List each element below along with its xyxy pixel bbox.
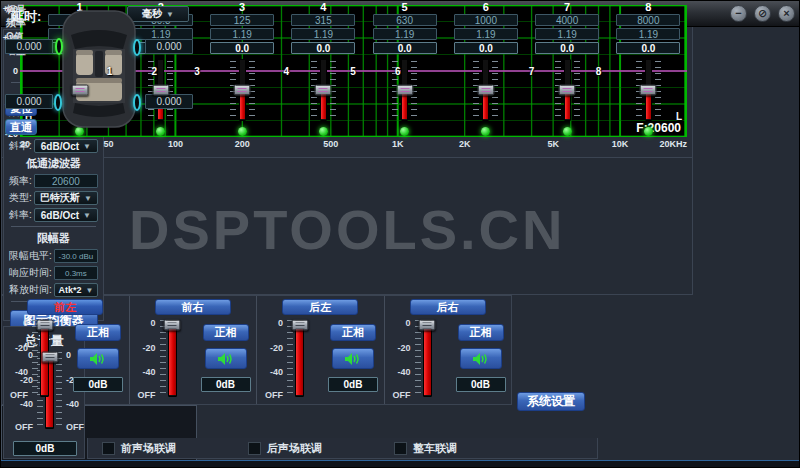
slider-track[interactable] [401, 59, 408, 121]
fader-handle[interactable] [41, 351, 58, 362]
band-active-led [238, 127, 247, 136]
mute-speaker-button[interactable] [332, 348, 374, 369]
eq-band-marker[interactable]: 4 [283, 66, 289, 77]
fader-track[interactable] [423, 320, 432, 397]
fader-handle[interactable] [419, 319, 436, 330]
link-option: 前声场联调 [102, 441, 234, 456]
slider-track[interactable] [645, 59, 652, 121]
delay-value-front-left[interactable]: 0.000 [5, 39, 53, 54]
link-option: 后声场联调 [248, 441, 380, 456]
band-gain-field[interactable]: 0.0 [291, 42, 355, 54]
band-q-field[interactable]: 1.19 [616, 28, 680, 40]
band-q-field[interactable]: 1.19 [210, 28, 274, 40]
fader-scale: 0-20 -40OFF [10, 320, 30, 397]
fader-ticks [32, 320, 38, 397]
fader-handle[interactable] [291, 319, 308, 330]
slider-handle[interactable] [234, 85, 251, 96]
band-q-field[interactable]: 1.19 [373, 28, 437, 40]
band-freq-field[interactable]: 4000 [535, 14, 599, 26]
system-settings-button[interactable]: 系统设置 [517, 392, 585, 411]
speaker-icon [89, 352, 107, 366]
slider-handle[interactable] [477, 85, 494, 96]
fader-track[interactable] [295, 320, 304, 397]
mute-speaker-button[interactable] [460, 348, 502, 369]
fader-handle[interactable] [164, 319, 181, 330]
eq-band-marker[interactable]: 8 [596, 66, 602, 77]
link-checkbox[interactable] [102, 442, 115, 455]
band-gain-slider[interactable] [311, 59, 336, 121]
band-gain-field[interactable]: 0.0 [454, 42, 518, 54]
slider-track[interactable] [564, 59, 571, 121]
slider-handle[interactable] [396, 85, 413, 96]
channel-level-value[interactable]: 0dB [201, 377, 251, 392]
band-gain-slider[interactable] [230, 59, 255, 121]
slider-handle[interactable] [640, 85, 657, 96]
speaker-front-left-icon[interactable] [55, 38, 63, 55]
band-freq-field[interactable]: 1000 [454, 14, 518, 26]
eq-band-marker[interactable]: 2 [151, 66, 157, 77]
band-gain-field[interactable]: 0.0 [210, 42, 274, 54]
channel-select-button[interactable]: 前右 [155, 299, 231, 315]
channel-level-value[interactable]: 0dB [73, 377, 123, 392]
channel-select-button[interactable]: 后右 [410, 299, 486, 315]
slider-track[interactable] [239, 59, 246, 121]
band-freq-field[interactable]: 315 [291, 14, 355, 26]
phase-button[interactable]: 正相 [75, 324, 121, 341]
eq-bypass-button[interactable]: 直通 [5, 119, 37, 135]
speaker-rear-left-icon[interactable] [54, 94, 62, 111]
slider-track[interactable] [482, 59, 489, 121]
delay-value-rear-right[interactable]: 0.000 [145, 94, 193, 109]
channel-fader[interactable]: 0-20 -40OFF [265, 320, 304, 397]
disconnect-button[interactable]: ⊘ [754, 5, 771, 22]
fader-scale: 0-20 -40OFF [393, 320, 413, 397]
delay-value-front-right[interactable]: 0.000 [145, 39, 193, 54]
speaker-front-right-icon[interactable] [133, 39, 141, 56]
mute-speaker-button[interactable] [205, 348, 247, 369]
master-volume-value[interactable]: 0dB [13, 441, 77, 456]
band-gain-field[interactable]: 0.0 [535, 42, 599, 54]
band-gain-slider[interactable] [555, 59, 580, 121]
eq-band-marker[interactable]: 7 [529, 66, 535, 77]
link-checkbox[interactable] [394, 442, 407, 455]
channel-level-value[interactable]: 0dB [328, 377, 378, 392]
link-checkbox[interactable] [248, 442, 261, 455]
channel-select-button[interactable]: 后左 [282, 299, 358, 315]
eq-band-marker[interactable]: 5 [350, 66, 356, 77]
close-button[interactable]: × [778, 5, 795, 22]
delay-value-rear-left[interactable]: 0.000 [5, 94, 53, 109]
channel-level-value[interactable]: 0dB [456, 377, 506, 392]
band-gain-field[interactable]: 0.0 [616, 42, 680, 54]
minimize-button[interactable]: − [730, 5, 747, 22]
band-q-field[interactable]: 1.19 [535, 28, 599, 40]
channel-fader[interactable]: 0-20 -40OFF [138, 320, 177, 397]
band-gain-slider[interactable] [636, 59, 661, 121]
slider-handle[interactable] [152, 85, 169, 96]
slider-handle[interactable] [559, 85, 576, 96]
fader-handle[interactable] [36, 319, 53, 330]
band-freq-field[interactable]: 125 [210, 14, 274, 26]
eq-band-marker[interactable]: 1 [107, 66, 113, 77]
fader-track[interactable] [168, 320, 177, 397]
eq-band-marker[interactable]: 3 [194, 66, 200, 77]
band-q-field[interactable]: 1.19 [454, 28, 518, 40]
phase-button[interactable]: 正相 [330, 324, 376, 341]
band-gain-field[interactable]: 0.0 [373, 42, 437, 54]
slider-handle[interactable] [315, 85, 332, 96]
slider-track[interactable] [157, 59, 164, 121]
band-freq-field[interactable]: 8000 [616, 14, 680, 26]
band-gain-slider[interactable] [473, 59, 498, 121]
link-options-row: 前声场联调 后声场联调 整车联调 [87, 438, 598, 459]
link-label: 整车联调 [413, 441, 457, 456]
phase-button[interactable]: 正相 [203, 324, 249, 341]
phase-button[interactable]: 正相 [458, 324, 504, 341]
eq-band-marker[interactable]: 6 [395, 66, 401, 77]
band-active-led [481, 127, 490, 136]
speaker-rear-right-icon[interactable] [133, 94, 141, 111]
band-q-field[interactable]: 1.19 [291, 28, 355, 40]
slider-track[interactable] [320, 59, 327, 121]
band-freq-field[interactable]: 630 [373, 14, 437, 26]
channel-fader[interactable]: 0-20 -40OFF [393, 320, 432, 397]
mute-speaker-button[interactable] [77, 348, 119, 369]
channel-select-button[interactable]: 前左 [27, 299, 103, 315]
slider-handle[interactable] [71, 85, 88, 96]
